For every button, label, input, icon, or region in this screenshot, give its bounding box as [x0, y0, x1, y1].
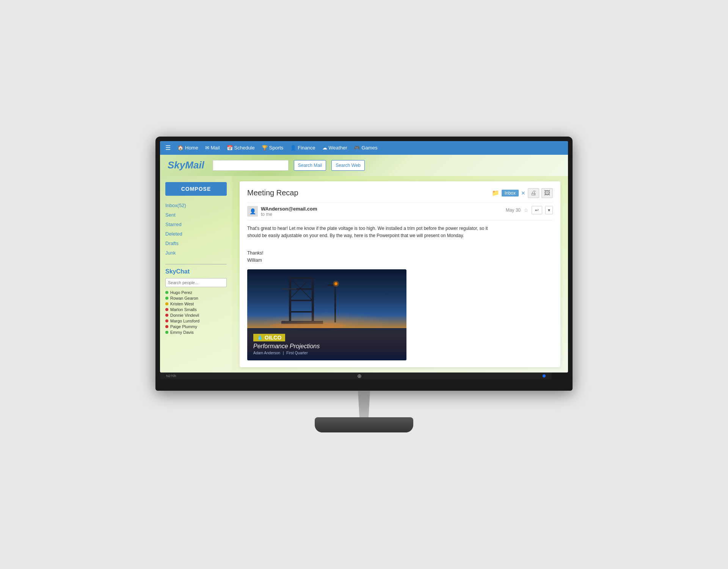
more-button[interactable]: ▾: [545, 206, 553, 214]
email-subject: Meeting Recap: [247, 189, 298, 197]
status-dot-green: [165, 297, 168, 300]
brand-drop-icon: 💧: [257, 335, 263, 340]
search-mail-button[interactable]: Search Mail: [294, 160, 326, 171]
main-content: COMPOSE Inbox(52) Sent Starred Deleted D…: [160, 176, 568, 373]
status-dot-red: [165, 308, 168, 311]
sidebar-item-deleted[interactable]: Deleted: [165, 230, 227, 237]
email-body: That's great to hear! Let me know if the…: [247, 225, 553, 264]
app-logo: SkyMail: [168, 159, 204, 171]
sender-avatar: 👤: [247, 206, 258, 217]
monitor-bottom-bar: N270h ⊕: [160, 373, 552, 379]
sidebar-item-inbox[interactable]: Inbox(52): [165, 202, 227, 209]
monitor-brand-logo: ⊕: [357, 373, 362, 379]
sidebar-item-junk[interactable]: Junk: [165, 249, 227, 256]
email-body-line2: should be easily adjustable on your end.…: [247, 232, 553, 239]
sender-to: to me: [261, 212, 317, 217]
status-dot-yellow: [165, 302, 168, 305]
email-date: May 30: [506, 207, 521, 213]
search-input[interactable]: [213, 160, 289, 171]
email-panel: Meeting Recap 📁 Inbox ✕ 🖨 🖼: [232, 176, 568, 373]
games-icon: 🎮: [354, 145, 360, 151]
sidebar-item-starred[interactable]: Starred: [165, 221, 227, 228]
monitor-screen: ☰ 🏠 Home ✉ Mail 📅 Schedule 🏆 Sports: [160, 141, 568, 373]
monitor-stand-neck: [349, 391, 379, 417]
slide-subtitle: Adam Anderson | First Quarter: [253, 351, 400, 355]
nav-games[interactable]: 🎮 Games: [354, 145, 377, 151]
contact-list: Hugo Perez Rowan Gearon Kristen West: [165, 290, 227, 335]
monitor-model-label: N270h: [166, 374, 176, 378]
contact-emmy-davis[interactable]: Emmy Davis: [165, 330, 227, 335]
svg-rect-11: [281, 288, 297, 289]
email-body-line1: That's great to hear! Let me know if the…: [247, 225, 553, 232]
monitor-outer: ☰ 🏠 Home ✉ Mail 📅 Schedule 🏆 Sports: [155, 137, 573, 433]
sender-info: WAnderson@email.com to me: [261, 206, 317, 217]
nav-finance[interactable]: 👤 Finance: [290, 145, 315, 151]
brand-bar: 💧 OILCO: [253, 334, 285, 341]
reply-button[interactable]: ↩: [532, 206, 542, 214]
status-dot-red: [165, 319, 168, 322]
status-dot-red: [165, 314, 168, 317]
monitor-stand-base: [315, 417, 413, 432]
sender-name: WAnderson@email.com: [261, 206, 317, 212]
email-tags: 📁 Inbox ✕ 🖨 🖼: [492, 188, 553, 198]
header: SkyMail Search Mail Search Web: [160, 155, 568, 176]
contact-kristen-west[interactable]: Kristen West: [165, 302, 227, 306]
slide-title: Performance Projections: [253, 343, 400, 350]
print-button[interactable]: 🖨: [528, 188, 539, 198]
weather-icon: ☁: [322, 145, 327, 151]
email-meta: 👤 WAnderson@email.com to me May 30 ☆ ↩: [247, 203, 553, 220]
compose-button[interactable]: COMPOSE: [165, 182, 227, 196]
nav-home[interactable]: 🏠 Home: [177, 145, 198, 151]
sidebar-divider: [165, 264, 227, 264]
sports-icon: 🏆: [262, 145, 268, 151]
email-thanks: Thanks! William: [247, 250, 553, 264]
nav-sports[interactable]: 🏆 Sports: [262, 145, 284, 151]
hamburger-icon[interactable]: ☰: [165, 144, 171, 151]
email-container: Meeting Recap 📁 Inbox ✕ 🖨 🖼: [240, 181, 560, 368]
slide-overlay: 💧 OILCO Performance Projections Adam And…: [247, 328, 406, 360]
contact-rowan-gearon[interactable]: Rowan Gearon: [165, 296, 227, 300]
top-nav: ☰ 🏠 Home ✉ Mail 📅 Schedule 🏆 Sports: [160, 141, 568, 155]
nav-schedule[interactable]: 📅 Schedule: [227, 145, 255, 151]
email-meta-right: May 30 ☆ ↩ ▾: [506, 206, 553, 214]
monitor-power-led: [543, 374, 546, 377]
presentation-slide: 💧 OILCO Performance Projections Adam And…: [247, 269, 406, 360]
email-header-row: Meeting Recap 📁 Inbox ✕ 🖨 🖼: [247, 188, 553, 198]
home-icon: 🏠: [177, 145, 184, 151]
svg-point-13: [333, 281, 339, 287]
image-button[interactable]: 🖼: [541, 188, 553, 198]
sidebar: COMPOSE Inbox(52) Sent Starred Deleted D…: [160, 176, 232, 373]
email-meta-left: 👤 WAnderson@email.com to me: [247, 206, 317, 217]
inbox-tag: Inbox: [502, 190, 519, 196]
schedule-icon: 📅: [227, 145, 233, 151]
search-people-input[interactable]: [165, 278, 227, 287]
nav-weather[interactable]: ☁ Weather: [322, 145, 347, 151]
svg-rect-4: [290, 300, 313, 301]
contact-paige-plummy[interactable]: Paige Plummy: [165, 324, 227, 329]
monitor-bezel: ☰ 🏠 Home ✉ Mail 📅 Schedule 🏆 Sports: [155, 137, 573, 391]
status-dot-green: [165, 291, 168, 294]
brand-name: OILCO: [265, 335, 281, 341]
mail-icon: ✉: [205, 145, 209, 151]
contact-hugo-perez[interactable]: Hugo Perez: [165, 290, 227, 295]
contact-margo-lunsford[interactable]: Margo Lunsford: [165, 319, 227, 323]
status-dot-red: [165, 325, 168, 328]
skychat-title: SkyChat: [165, 268, 227, 275]
contact-donnie-vindevil[interactable]: Donnie Vindevil: [165, 313, 227, 318]
contact-marlon-smalls[interactable]: Marlon Smalls: [165, 307, 227, 312]
slide-brand-row: 💧 OILCO: [253, 334, 400, 341]
star-icon[interactable]: ☆: [524, 207, 529, 213]
sidebar-nav: Inbox(52) Sent Starred Deleted Drafts Ju…: [165, 202, 227, 256]
finance-icon: 👤: [290, 145, 296, 151]
search-web-button[interactable]: Search Web: [331, 160, 365, 171]
folder-icon: 📁: [492, 189, 499, 196]
sidebar-item-drafts[interactable]: Drafts: [165, 240, 227, 247]
status-dot-green: [165, 331, 168, 334]
tag-close-icon[interactable]: ✕: [521, 190, 526, 196]
nav-mail[interactable]: ✉ Mail: [205, 145, 220, 151]
sidebar-item-sent[interactable]: Sent: [165, 211, 227, 218]
